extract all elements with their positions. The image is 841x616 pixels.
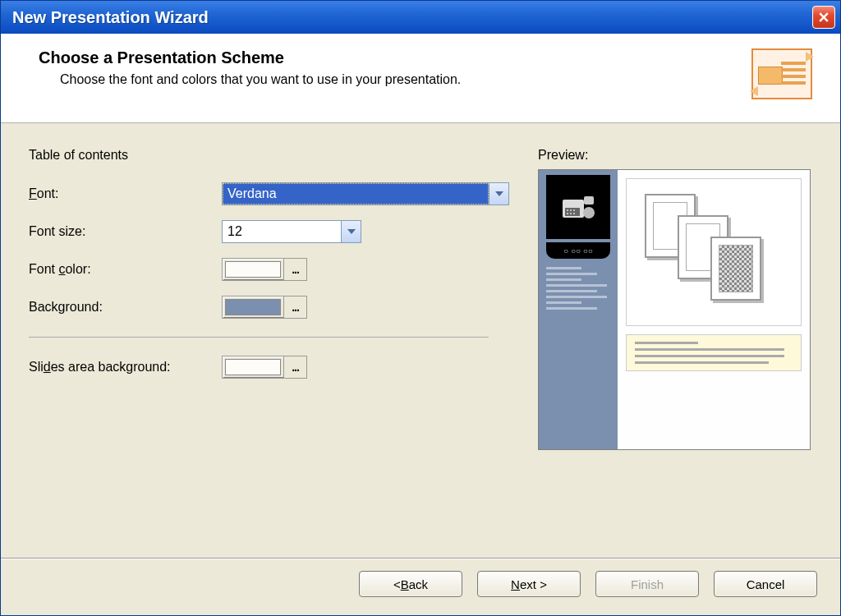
chevron-down-icon: [495, 191, 503, 196]
preview-main: [618, 170, 810, 449]
chevron-down-icon: [347, 229, 356, 234]
background-more-button[interactable]: ...: [283, 297, 306, 318]
background-swatch: [225, 299, 281, 315]
slides-bg-more-button[interactable]: ...: [283, 356, 306, 378]
titlebar: New Presentation Wizard: [1, 1, 840, 34]
background-label: Background:: [29, 300, 222, 315]
close-icon: [819, 12, 829, 22]
window-title: New Presentation Wizard: [12, 8, 209, 27]
svg-point-11: [567, 213, 568, 214]
svg-point-12: [570, 213, 572, 214]
header-text: Choose a Presentation Scheme Choose the …: [39, 48, 461, 87]
svg-marker-3: [347, 229, 356, 234]
preview-box: ○ ○○ ○○: [538, 169, 811, 450]
camcorder-icon: [558, 186, 599, 228]
wizard-button-row: < Back Next > Finish Cancel: [1, 559, 840, 615]
form-left-column: Table of contents Font: Verdana Font siz…: [29, 148, 513, 549]
fontsize-value: 12: [223, 221, 341, 242]
fontcolor-picker[interactable]: ...: [222, 258, 307, 281]
toc-section-label: Table of contents: [29, 148, 513, 163]
font-combobox[interactable]: Verdana: [222, 182, 509, 205]
fontcolor-swatch: [225, 261, 281, 278]
fontsize-combobox[interactable]: 12: [222, 220, 361, 243]
svg-rect-5: [584, 196, 594, 205]
font-dropdown-button[interactable]: [489, 183, 508, 205]
form-content: Table of contents Font: Verdana Font siz…: [1, 123, 840, 558]
page-heading: Choose a Presentation Scheme: [39, 48, 461, 67]
header-panel: Choose a Presentation Scheme Choose the …: [1, 34, 840, 123]
presentation-icon: [751, 48, 812, 99]
slides-bg-row: Slides area background: ...: [29, 356, 513, 379]
preview-sidebar: ○ ○○ ○○: [539, 170, 618, 449]
cancel-button[interactable]: Cancel: [714, 571, 817, 597]
svg-point-8: [567, 209, 568, 211]
fontcolor-row: Font color: ...: [29, 258, 513, 281]
fontcolor-more-button[interactable]: ...: [283, 259, 306, 280]
svg-point-13: [573, 213, 575, 214]
preview-toc-lines: [546, 267, 610, 310]
background-row: Background: ...: [29, 296, 513, 319]
font-label: Font:: [29, 186, 222, 201]
slides-bg-swatch: [225, 359, 281, 375]
svg-point-6: [583, 207, 595, 218]
font-row: Font: Verdana: [29, 182, 513, 205]
content-area: Choose a Presentation Scheme Choose the …: [1, 34, 840, 559]
font-value: Verdana: [223, 183, 489, 205]
background-picker[interactable]: ...: [222, 296, 307, 319]
close-button[interactable]: [812, 6, 835, 29]
next-button[interactable]: Next >: [477, 571, 581, 597]
preview-column: Preview:: [538, 148, 812, 549]
separator: [29, 337, 489, 338]
fontsize-dropdown-button[interactable]: [341, 221, 361, 242]
svg-point-9: [570, 209, 572, 211]
slides-bg-picker[interactable]: ...: [222, 356, 307, 379]
wizard-window: New Presentation Wizard Choose a Present…: [0, 0, 841, 616]
preview-thumbnail: [546, 175, 610, 239]
preview-label: Preview:: [538, 148, 812, 163]
svg-marker-2: [495, 191, 503, 196]
fontcolor-label: Font color:: [29, 262, 222, 277]
preview-notes: [626, 334, 802, 371]
slides-bg-label: Slides area background:: [29, 360, 222, 375]
page-subtext: Choose the font and colors that you want…: [60, 72, 461, 87]
svg-point-10: [573, 209, 575, 211]
finish-button: Finish: [595, 571, 699, 597]
fontsize-label: Font size:: [29, 224, 222, 239]
svg-rect-7: [565, 208, 580, 216]
preview-slide-stack: [626, 178, 802, 326]
back-button[interactable]: < Back: [359, 571, 462, 597]
fontsize-row: Font size: 12: [29, 220, 513, 243]
preview-playback-controls: ○ ○○ ○○: [546, 242, 610, 259]
